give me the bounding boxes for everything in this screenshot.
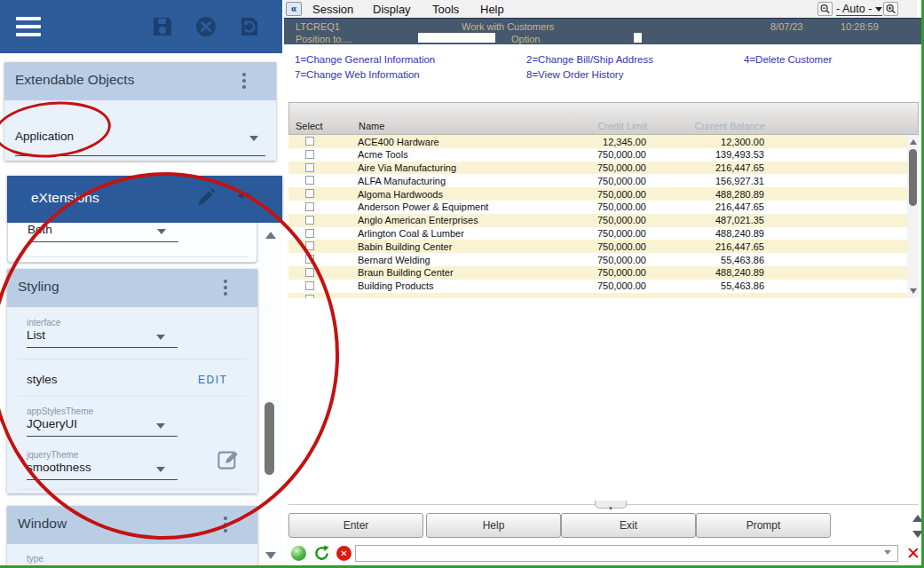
customer-table: Select Name Credit Limit Current Balance… (288, 102, 919, 298)
panel-styling: Styling interface List styles EDIT appSt… (7, 269, 257, 493)
cell-current-balance: 488,240.89 (646, 267, 764, 278)
row-select-checkbox[interactable] (305, 176, 314, 185)
cell-current-balance: 216,447.65 (646, 201, 764, 212)
scroll-down-icon[interactable] (265, 552, 276, 559)
position-to-input[interactable] (418, 33, 495, 43)
cell-name: Braun Building Center (358, 267, 535, 278)
collapse-panel-handle[interactable]: ▼ (595, 501, 627, 509)
table-row: Acme Tools750,000.00139,493.53 (288, 148, 907, 162)
both-dropdown[interactable]: Both (28, 223, 52, 236)
appstylestheme-dropdown[interactable]: JQueryUI (27, 417, 77, 430)
panel-title: Styling (18, 279, 59, 295)
chevron-down-icon[interactable] (156, 467, 165, 472)
table-row: Algoma Hardwoods750,000.00488,280.89 (288, 187, 907, 201)
refresh-icon[interactable] (313, 545, 330, 562)
field-label: type (27, 554, 43, 564)
row-select-checkbox[interactable] (305, 295, 314, 298)
table-row: Bernard Welding750,000.0055,463.86 (288, 253, 907, 266)
prompt-button[interactable]: Prompt (696, 513, 831, 538)
chevron-down-icon[interactable] (157, 229, 166, 234)
row-select-checkbox[interactable] (305, 137, 314, 146)
field-label: interface (27, 318, 60, 327)
table-header: Select Name Credit Limit Current Balance (288, 102, 919, 135)
cell-current-balance: 488,240.89 (646, 228, 764, 239)
chevron-down-icon[interactable] (156, 335, 165, 340)
help-button[interactable]: Help (426, 513, 561, 538)
row-select-checkbox[interactable] (305, 229, 314, 238)
scrollbar-thumb[interactable] (909, 149, 917, 206)
table-row: Anglo American Enterprises750,000.00487,… (288, 214, 907, 227)
row-select-checkbox[interactable] (305, 255, 314, 264)
row-select-checkbox[interactable] (305, 241, 314, 250)
panel-styling-header: Styling (7, 269, 257, 307)
program-name: LTCREQ1 (296, 21, 340, 32)
scroll-down-icon[interactable] (910, 288, 917, 294)
enter-button[interactable]: Enter (288, 513, 423, 538)
close-session-icon[interactable]: ✕ (906, 543, 920, 564)
zoom-level-dropdown[interactable]: - Auto - (836, 3, 882, 16)
revert-icon[interactable] (238, 15, 261, 38)
edit-pencil-icon[interactable] (196, 188, 217, 209)
scrollbar-thumb[interactable] (265, 402, 274, 475)
kebab-menu-icon[interactable] (223, 280, 228, 298)
cell-credit-limit: 12,345.00 (537, 137, 646, 147)
screen-date: 8/07/23 (770, 21, 803, 32)
cell-name: Building Products (358, 280, 535, 291)
row-select-checkbox[interactable] (305, 216, 314, 225)
zoom-in-button[interactable] (883, 2, 898, 16)
cell-current-balance: 12,300.00 (646, 137, 764, 147)
chevron-down-icon[interactable] (156, 423, 165, 429)
zoom-out-button[interactable] (817, 2, 833, 16)
field-label: jqueryTheme (27, 450, 78, 460)
col-header-credit-limit: Credit Limit (538, 121, 647, 131)
row-select-checkbox[interactable] (305, 281, 314, 290)
scroll-up-icon[interactable] (265, 232, 276, 239)
menubar: « SessionDisplayToolsHelp - Auto - (284, 0, 917, 18)
app-window: Extendable Objects Application eXtension… (0, 0, 924, 568)
row-select-checkbox[interactable] (305, 202, 314, 211)
cell-credit-limit: 750,000.00 (537, 189, 646, 200)
cell-name: Anderson Power & Equipment (358, 201, 535, 212)
cell-name: ALFA Manufacturing (358, 176, 535, 186)
row-select-checkbox[interactable] (305, 150, 314, 159)
error-stop-icon[interactable]: ✕ (336, 546, 351, 561)
table-row: Babin Building Center750,000.00216,447.6… (288, 240, 907, 253)
kebab-menu-icon[interactable] (241, 73, 247, 91)
close-icon[interactable] (194, 15, 217, 38)
cell-credit-limit: 750,000.00 (537, 201, 646, 212)
menu-item-tools[interactable]: Tools (432, 3, 459, 16)
menu-item-session[interactable]: Session (312, 3, 353, 16)
panel-extendable-objects: Extendable Objects Application (4, 62, 276, 161)
panel-extensions-body: Both Styling interface List styles EDIT … (7, 223, 282, 568)
jquerytheme-dropdown[interactable]: smoothness (27, 461, 91, 474)
save-icon[interactable] (151, 15, 174, 38)
cell-current-balance: 156,927.31 (646, 176, 764, 186)
cell-credit-limit: 750,000.00 (537, 255, 646, 265)
scroll-up-icon[interactable] (910, 139, 917, 145)
panel-styling-body: interface List styles EDIT appStylesThem… (7, 307, 257, 493)
command-input[interactable] (355, 545, 898, 562)
divider (19, 256, 248, 257)
status-bar: ✕ ✕ (284, 543, 924, 566)
application-dropdown[interactable]: Application (15, 130, 74, 143)
option-label: Option (511, 34, 540, 44)
collapse-sidebar-button[interactable]: « (286, 2, 302, 16)
row-select-checkbox[interactable] (305, 268, 314, 277)
sidebar-scrollbar (264, 223, 278, 568)
option-input[interactable] (634, 33, 642, 43)
exit-button[interactable]: Exit (561, 513, 696, 538)
undo-icon[interactable] (235, 188, 257, 209)
edit-square-icon[interactable] (216, 447, 240, 471)
cell-credit-limit: 750,000.00 (537, 280, 646, 291)
styles-edit-button[interactable]: EDIT (198, 374, 227, 386)
row-select-checkbox[interactable] (305, 189, 314, 198)
kebab-menu-icon[interactable] (223, 517, 228, 535)
hamburger-icon[interactable] (16, 17, 41, 36)
chevron-down-icon[interactable] (249, 136, 258, 141)
interface-dropdown[interactable]: List (27, 328, 45, 342)
menu-item-display[interactable]: Display (373, 3, 411, 16)
menu-item-help[interactable]: Help (480, 3, 504, 16)
panel-window: Window type (7, 506, 257, 568)
row-select-checkbox[interactable] (305, 163, 314, 172)
option-code: 7=Change Web Information (295, 69, 420, 80)
